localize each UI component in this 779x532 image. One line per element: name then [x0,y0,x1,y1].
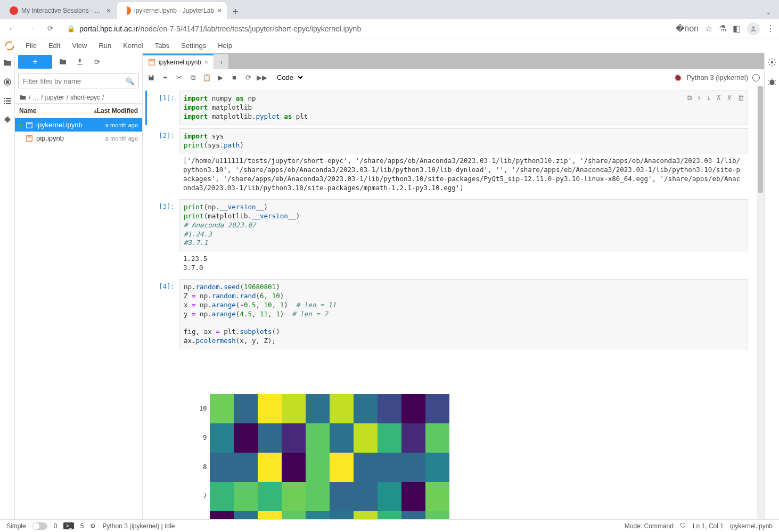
move-up-icon[interactable]: ↑ [697,93,701,103]
menu-settings[interactable]: Settings [176,39,211,52]
menu-run[interactable]: Run [93,39,117,52]
move-down-icon[interactable]: ↓ [707,93,711,103]
cut-icon[interactable]: ✂ [175,73,183,82]
menu-tabs[interactable]: Tabs [150,39,175,52]
insert-below-icon[interactable]: ⊻ [727,93,732,103]
insert-above-icon[interactable]: ⊼ [716,93,721,103]
filter-input-wrap: 🔍 [18,73,139,88]
running-dot-icon [19,124,22,127]
kernel-status: Python 3 (ipykernel) | Idle [102,522,175,530]
run-icon[interactable]: ▶ [216,73,225,82]
svg-rect-4 [4,98,5,99]
simple-toggle[interactable] [32,522,47,530]
menu-kernel[interactable]: Kernel [118,39,149,52]
extension-icon[interactable] [2,115,13,126]
menu-edit[interactable]: Edit [43,39,65,52]
close-icon[interactable]: × [204,59,208,66]
new-launcher-button[interactable]: + [18,55,52,69]
browser-tab-sessions[interactable]: My Interactive Sessions - NH × [4,2,116,19]
menu-view[interactable]: View [67,39,92,52]
jupyter-logo-icon [4,40,15,51]
code-cell[interactable]: [4]: np.random.seed(19680801) Z = np.ran… [147,279,748,519]
notebook-icon [26,135,33,142]
close-icon[interactable]: × [217,6,222,15]
close-icon[interactable]: × [106,6,111,15]
svg-point-1 [6,42,14,50]
lsp-icon[interactable]: ⚙ [90,522,96,530]
filter-input[interactable] [23,77,126,85]
url-host: portal.hpc.iut.ac.ir [79,24,138,33]
new-folder-icon[interactable] [56,55,69,68]
restart-icon[interactable]: ⟳ [244,73,252,82]
cell-input[interactable]: import numpy as np import matplotlib imp… [179,91,748,125]
property-inspector-icon[interactable] [767,58,777,69]
share-icon[interactable]: �non [676,23,699,34]
svg-rect-10 [27,122,32,128]
notebook-body[interactable]: [1]: import numpy as np import matplotli… [143,86,757,519]
refresh-icon[interactable]: ⟳ [91,55,103,68]
fast-forward-icon[interactable]: ▶▶ [258,73,266,82]
chevron-down-icon[interactable]: ⌄ [762,5,775,19]
back-button[interactable]: ← [4,21,19,36]
copy-icon[interactable]: ⧉ [188,73,197,82]
forward-button: → [23,21,38,36]
debug-icon[interactable] [767,77,777,88]
stop-icon[interactable]: ■ [230,73,239,82]
flask-icon[interactable]: ⚗ [719,23,726,34]
toc-icon[interactable] [2,96,13,107]
kernel-name[interactable]: Python 3 (ipykernel) [686,73,748,81]
scrollbar-thumb[interactable] [758,86,763,193]
upload-icon[interactable] [73,55,86,68]
status-five: 5 [80,522,84,530]
cell-output: ['/home/u111111/tests/jupyter/short-epyc… [179,153,748,196]
reload-button[interactable]: ⟳ [43,21,58,36]
running-icon[interactable] [2,77,13,87]
url-field[interactable]: 🔒 portal.hpc.iut.ac.ir/node/en-7-5/41471… [62,21,671,36]
file-row[interactable]: pip.ipynb a month ago [15,132,142,145]
simple-label: Simple [6,522,26,530]
cell-input[interactable]: np.random.seed(19680801) Z = np.random.r… [179,279,748,349]
add-tab-button[interactable]: + [214,54,228,69]
heatmap-grid [210,394,449,519]
menu-file[interactable]: File [20,39,42,52]
cursor-position: Ln 1, Col 1 [693,522,724,530]
paste-icon[interactable]: 📋 [202,73,211,82]
header-name: Name [19,107,92,114]
add-cell-icon[interactable]: + [161,73,169,82]
folder-icon[interactable] [2,58,13,68]
code-cell[interactable]: [2]: import sys print(sys.path) ['/home/… [147,128,748,196]
svg-rect-11 [28,123,31,124]
delete-icon[interactable]: 🗑 [737,93,744,103]
breadcrumb[interactable]: / … / jupyter / short-epyc / [15,92,142,103]
scrollbar[interactable] [757,86,764,519]
cell-input[interactable]: print(np.__version__) print(matplotlib._… [179,199,748,251]
browser-tab-jupyter[interactable]: ipykernel.ipynb - JupyterLab × [117,2,227,19]
left-activity-bar [0,53,15,519]
menu-help[interactable]: Help [212,39,237,52]
notebook-toolbar: + ✂ ⧉ 📋 ▶ ■ ⟳ ▶▶ Code 🐞 Python 3 (ipyker… [143,69,764,86]
bookmark-icon[interactable]: ☆ [705,23,712,34]
running-dot-icon [19,137,22,140]
cell-type-select[interactable]: Code [273,72,305,83]
document-tab[interactable]: ipykernel.ipynb × [143,54,214,69]
code-cell[interactable]: [3]: print(np.__version__) print(matplot… [147,199,748,276]
file-list-header[interactable]: Name ▴ Last Modified [15,103,142,118]
svg-rect-9 [6,103,11,104]
profile-avatar[interactable] [747,22,760,35]
panel-icon[interactable]: ◧ [733,23,741,34]
svg-rect-3 [6,81,9,84]
terminal-badge-icon[interactable]: >_ [63,522,73,529]
duplicate-icon[interactable]: ⧉ [687,93,692,103]
save-icon[interactable] [147,73,155,82]
menu-icon[interactable]: ⋮ [766,23,775,34]
code-cell[interactable]: [1]: import numpy as np import matplotli… [145,91,748,125]
svg-rect-5 [6,98,11,99]
cell-input[interactable]: import sys print(sys.path) [179,128,748,154]
file-row[interactable]: ipykernel.ipynb a month ago [15,118,142,132]
lock-icon: 🔒 [67,25,75,32]
svg-rect-8 [4,103,5,104]
new-tab-button[interactable]: + [228,4,243,19]
trust-icon[interactable]: ⛉ [680,522,686,530]
status-bar: Simple 0 >_ 5 ⚙ Python 3 (ipykernel) | I… [0,519,779,532]
bug-icon[interactable]: 🐞 [674,73,682,81]
